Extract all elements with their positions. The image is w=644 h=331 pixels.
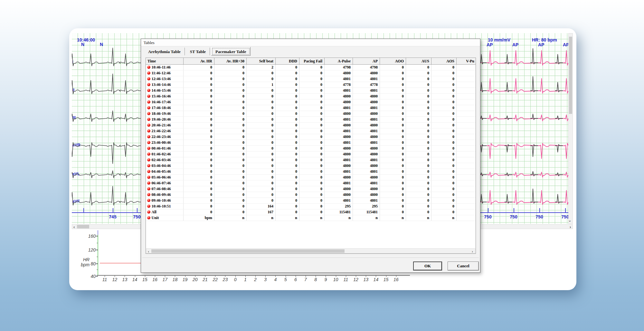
table-row[interactable]: 09:46-10:460000048014801000 xyxy=(146,198,476,204)
value-cell: n xyxy=(431,215,457,221)
table-row[interactable]: 18:46-19:460000048004800000 xyxy=(146,111,476,117)
table-scroll-left-icon[interactable]: ‹ xyxy=(148,249,149,253)
value-cell: 4800 xyxy=(353,175,380,180)
time-cell: All xyxy=(146,209,184,215)
value-cell: n xyxy=(406,215,431,221)
red-event-icon xyxy=(147,83,150,86)
tab-st-table[interactable]: ST Table xyxy=(186,48,210,55)
table-row[interactable]: 23:46-00:460000048014801000 xyxy=(146,140,476,146)
time-cell: 13:46-14:46 xyxy=(146,82,184,88)
value-cell: 4801 xyxy=(325,117,353,123)
table-row[interactable]: 16:46-17:460000048004800000 xyxy=(146,99,476,105)
table-row[interactable]: 17:46-18:460000048014801000 xyxy=(146,105,476,111)
table-row[interactable]: 21:46-22:460000048014801000 xyxy=(146,128,476,134)
value-cell: 0 xyxy=(299,146,325,152)
column-header-aos[interactable]: AOS xyxy=(431,58,457,65)
value-cell: 0 xyxy=(214,198,247,204)
value-cell: 0 xyxy=(214,146,247,152)
table-horizontal-scrollbar[interactable]: ‹ › xyxy=(146,248,475,253)
dialog-title: Tables xyxy=(141,39,480,46)
value-cell xyxy=(457,94,476,99)
value-cell: 0 xyxy=(214,140,247,146)
table-scrollbar-thumb[interactable] xyxy=(151,249,345,253)
value-cell: 0 xyxy=(380,88,406,94)
table-row[interactable]: 04:46-05:460000048014801000 xyxy=(146,169,476,175)
column-header-a-pulse[interactable]: A-Pulse xyxy=(325,58,353,65)
hr-y-tick-label: 160 xyxy=(86,234,96,238)
value-cell: 0 xyxy=(247,163,276,169)
table-row[interactable]: 01:46-02:460000048004800000 xyxy=(146,152,476,157)
scroll-left-icon[interactable]: ‹ xyxy=(73,225,75,229)
table-row[interactable]: 15:46-16:460000048004800000 xyxy=(146,94,476,99)
value-cell: 0 xyxy=(299,209,325,215)
value-cell xyxy=(457,169,476,175)
table-row[interactable]: 06:46-07:460000048014801000 xyxy=(146,180,476,186)
table-row[interactable]: 10:46-10:510016400295295000 xyxy=(146,204,476,209)
value-cell: 0 xyxy=(214,105,247,111)
red-event-icon xyxy=(147,216,150,219)
value-cell: 0 xyxy=(184,140,214,146)
column-header-aus[interactable]: AUS xyxy=(406,58,431,65)
column-header-time[interactable]: Time xyxy=(146,58,184,65)
hr-x-tick-label: 21 xyxy=(202,277,208,282)
table-scroll-right-icon[interactable]: › xyxy=(472,249,473,253)
dialog-tabbar: Arrhythmia Table ST Table Pacemaker Tabl… xyxy=(144,48,251,56)
hr-x-tick-label: 13 xyxy=(363,277,369,282)
scroll-right-icon[interactable]: › xyxy=(570,225,571,229)
table-header-row[interactable]: TimeAv. HRAv. HR<30Self beatDDDPacing Fa… xyxy=(146,58,476,65)
column-header-aoo[interactable]: AOO xyxy=(380,58,406,65)
tab-arrhythmia-table[interactable]: Arrhythmia Table xyxy=(144,48,185,55)
value-cell: 0 xyxy=(431,76,457,82)
value-cell: 0 xyxy=(406,152,431,157)
table-row[interactable]: 05:46-06:460000048004800000 xyxy=(146,175,476,180)
table-row[interactable]: 02:46-03:460000048014801000 xyxy=(146,157,476,163)
hr-x-tick-label: 5 xyxy=(282,277,289,282)
ok-button[interactable]: OK xyxy=(413,262,442,271)
table-row[interactable]: 10:46-11:460020047984798000 xyxy=(146,65,476,70)
column-header-av-hr-30[interactable]: Av. HR<30 xyxy=(214,58,247,65)
value-cell: 0 xyxy=(247,152,276,157)
table-row[interactable]: Unitbpmnnnnnnnnn xyxy=(146,215,476,221)
horizontal-scrollbar-thumb[interactable] xyxy=(77,225,89,228)
table-row[interactable]: All0016700115481115481000 xyxy=(146,209,476,215)
tab-pacemaker-table[interactable]: Pacemaker Table xyxy=(211,47,250,56)
table-row[interactable]: 00:46-01:460000048004800000 xyxy=(146,146,476,152)
value-cell: 0 xyxy=(184,128,214,134)
value-cell xyxy=(457,186,476,192)
table-row[interactable]: 14:46-15:460000048014801000 xyxy=(146,88,476,94)
value-cell: 0 xyxy=(431,146,457,152)
column-header-ddd[interactable]: DDD xyxy=(276,58,299,65)
value-cell: 0 xyxy=(431,157,457,163)
column-header-v-pu[interactable]: V-Pu xyxy=(457,58,476,65)
column-header-ap[interactable]: AP xyxy=(353,58,380,65)
value-cell: 0 xyxy=(431,152,457,157)
table-row[interactable]: 13:46-14:460010047784778000 xyxy=(146,82,476,88)
cancel-button[interactable]: Cancel xyxy=(448,262,479,271)
value-cell: 0 xyxy=(299,134,325,140)
table-row[interactable]: 03:46-04:460000048004800000 xyxy=(146,163,476,169)
value-cell: 4801 xyxy=(353,117,380,123)
column-header-pacing-fail[interactable]: Pacing Fail xyxy=(299,58,325,65)
value-cell: 0 xyxy=(276,198,299,204)
table-row[interactable]: 12:46-13:460000048014801000 xyxy=(146,76,476,82)
time-cell: 22:46-23:46 xyxy=(146,134,184,140)
value-cell: 0 xyxy=(380,209,406,215)
hr-x-tick-label: 15 xyxy=(383,277,389,282)
vertical-scrollbar-thumb[interactable] xyxy=(569,37,572,114)
table-row[interactable]: 08:46-09:460000048004800000 xyxy=(146,192,476,198)
table-row[interactable]: 19:46-20:460000048014801000 xyxy=(146,117,476,123)
value-cell: 0 xyxy=(380,157,406,163)
desktop-background: 10:46:00 NN IIIIIIaVRaVLaVF 10 mm/mV HR:… xyxy=(0,0,644,331)
column-header-self-beat[interactable]: Self beat xyxy=(247,58,276,65)
table-row[interactable]: 07:46-08:460000048004800000 xyxy=(146,186,476,192)
table-row[interactable]: 11:46-12:460000048004800000 xyxy=(146,70,476,76)
ecg-vertical-scrollbar[interactable]: › xyxy=(568,33,573,224)
scroll-down-icon[interactable]: › xyxy=(568,220,572,222)
hr-x-tick-label: 23 xyxy=(222,277,228,282)
table-row[interactable]: 22:46-23:460000048004800000 xyxy=(146,134,476,140)
table-row[interactable]: 20:46-21:460000048004800000 xyxy=(146,123,476,128)
value-cell: 4801 xyxy=(353,88,380,94)
column-header-av-hr[interactable]: Av. HR xyxy=(184,58,214,65)
value-cell: 4800 xyxy=(353,99,380,105)
value-cell: 4778 xyxy=(353,82,380,88)
